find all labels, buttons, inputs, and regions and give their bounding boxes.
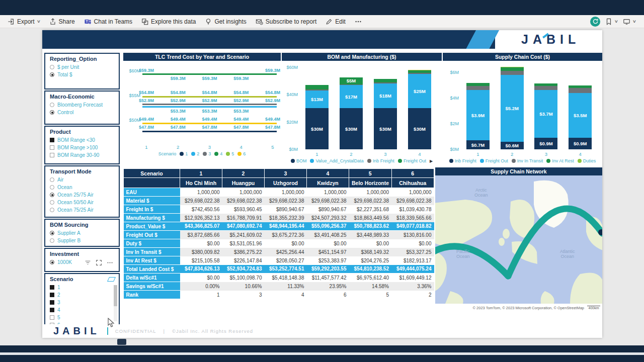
table-row-inv-at-rest[interactable]: Inv At Rest $$215,105.58$226,147.84$208,…	[124, 256, 434, 265]
radio-icon[interactable]	[50, 72, 54, 77]
stacked-bar-1[interactable]: $0.7M$3.9M	[466, 64, 490, 149]
row-label[interactable]: Material $	[124, 197, 180, 205]
legend-item-1[interactable]: 1	[180, 151, 188, 156]
table-row-rank[interactable]: Rank134652	[124, 291, 434, 299]
cell-value[interactable]: 23.95%	[307, 282, 349, 291]
bar-segment-freight-out[interactable]: $3.7M	[534, 90, 557, 138]
table-row-product-value[interactable]: Product_Value $$43,366,825.07$47,080,692…	[124, 222, 434, 231]
row-label[interactable]: Duty $	[124, 239, 180, 248]
toolbar-item-subscribe-to-report[interactable]: Subscribe to report	[251, 15, 321, 28]
cell-value[interactable]: $47,834,626.13	[180, 265, 222, 274]
radio-icon[interactable]	[50, 177, 54, 182]
filter-option-3[interactable]: 3	[50, 299, 116, 306]
bar-segment-freight-out[interactable]: $5.2M	[501, 75, 524, 142]
bar-segment-bom[interactable]: $30M	[408, 108, 431, 149]
stacked-bar-2[interactable]: $0.6M$5.2M	[501, 64, 524, 149]
focus-mode-icon[interactable]	[96, 259, 102, 266]
cell-value[interactable]: $742,450.56	[180, 205, 222, 214]
filter-option-ocean-75-25-air[interactable]: Ocean 75/25 Air	[50, 206, 116, 214]
location-header[interactable]: Chihuahua	[391, 178, 434, 188]
cell-value[interactable]: $47,080,692.74	[222, 222, 265, 231]
cell-value[interactable]: $29,698,022.38	[265, 197, 307, 205]
cell-value[interactable]: $0.00	[349, 239, 392, 248]
table-row-inv-in-transit[interactable]: Inv In Transit $$380,009.82$386,275.22$4…	[124, 248, 434, 256]
checkbox-icon[interactable]	[50, 308, 54, 312]
cell-value[interactable]: $49,077,018.82	[391, 222, 434, 231]
supply-chain-cost-chart[interactable]: Supply Chain Cost ($)$6M$4M$2M$0M$0.7M$3…	[443, 53, 602, 166]
cell-value[interactable]: $380,009.82	[180, 248, 222, 256]
filter-icon[interactable]	[85, 259, 91, 266]
cell-value[interactable]: $11,457,577.42	[307, 274, 349, 282]
legend-item-2[interactable]: 2	[191, 151, 199, 156]
cell-value[interactable]: $1,039,430.78	[391, 205, 434, 214]
cell-value[interactable]: $48,944,195.44	[265, 222, 307, 231]
radio-icon[interactable]	[50, 65, 54, 69]
bar-segment-inb-freight[interactable]: $0.7M	[466, 140, 490, 149]
bar-segment-bom[interactable]: $30M	[340, 108, 363, 149]
bar-segment-value-add-crystaldata[interactable]: $18M	[374, 83, 397, 108]
filter-option-supplier-a[interactable]: Supplier A	[50, 229, 116, 237]
cell-value[interactable]: 4	[265, 291, 307, 299]
table-row-delta-w-sc-1[interactable]: Delta w/Sc#1$0.00$5,100,098.70$5,418,148…	[124, 274, 434, 282]
cell-value[interactable]: $386,275.22	[222, 248, 265, 256]
stacked-bar-1[interactable]: $30M$13M	[305, 64, 329, 149]
filter-option-ocean-25-75-air[interactable]: Ocean 25/75 Air	[50, 191, 116, 199]
cell-value[interactable]: $0.00	[307, 239, 349, 248]
filter-option-bom-range-30[interactable]: BOM Range <30	[50, 136, 116, 144]
cell-value[interactable]: $208,050.27	[265, 256, 307, 265]
cell-value[interactable]: 2	[391, 291, 434, 299]
map-canvas[interactable]: Arctic Ocean Pacific Ocean Atlantic Ocea…	[435, 175, 602, 304]
scenario-number-header[interactable]: 6	[391, 169, 434, 178]
cell-value[interactable]: $3,491,408.25	[307, 231, 349, 239]
more-options-icon[interactable]	[107, 259, 113, 266]
legend-item-6[interactable]: 6	[237, 151, 246, 156]
bar-segment-inv-in-transit[interactable]	[501, 71, 524, 75]
stacked-bar-4[interactable]: $30M$25M	[408, 64, 431, 149]
cell-value[interactable]: $18,863,449.56	[349, 214, 392, 222]
toolbar-item-explore-this-data[interactable]: Explore this data	[137, 15, 200, 28]
row-label[interactable]: EAU	[124, 188, 180, 197]
bar-segment-value-add-crystaldata[interactable]: $13M	[305, 90, 329, 108]
checkbox-icon[interactable]	[50, 153, 54, 157]
cell-value[interactable]: $29,698,022.38	[180, 197, 222, 205]
checkbox-icon[interactable]	[50, 300, 54, 305]
bar-segment-inv-in-transit[interactable]	[466, 86, 490, 90]
cell-value[interactable]: $425,256.44	[265, 248, 307, 256]
table-row-duty[interactable]: Duty $$0.00$3,531,051.96$0.00$0.00$0.00$…	[124, 239, 434, 248]
cell-value[interactable]: $3,675,272.36	[265, 231, 307, 239]
cell-value[interactable]: $29,698,022.38	[349, 197, 392, 205]
row-label[interactable]: Manufacturing $	[124, 214, 180, 222]
cell-value[interactable]: $593,960.45	[222, 205, 265, 214]
checkbox-icon[interactable]	[50, 293, 54, 297]
bar-segment-inv-in-transit[interactable]	[569, 88, 592, 93]
location-header[interactable]: Kwidzyn	[307, 178, 349, 188]
row-label[interactable]: Rank	[124, 291, 180, 299]
cell-value[interactable]: $890,940.67	[307, 205, 349, 214]
cell-value[interactable]: $3,448,989.33	[349, 231, 392, 239]
table-row-manufacturing[interactable]: Manufacturing $$12,926,352.13$16,788,709…	[124, 214, 434, 222]
trend-line-scenario-2[interactable]	[142, 106, 277, 108]
filter-option-ocean[interactable]: Ocean	[50, 184, 116, 191]
cell-value[interactable]: $3,872,685.66	[180, 231, 222, 239]
trend-line-scenario-5[interactable]	[142, 96, 277, 98]
legend-item-inb-freight[interactable]: Inb Freight	[449, 158, 476, 163]
cell-value[interactable]: $215,105.58	[180, 256, 222, 265]
cell-value[interactable]: 1,000,000	[349, 188, 392, 197]
filter-option-5[interactable]: 5	[50, 314, 116, 321]
location-header[interactable]: Uzhgorod	[265, 178, 307, 188]
trend-line-scenario-3[interactable]	[142, 104, 277, 105]
cell-value[interactable]: $5,100,098.70	[222, 274, 265, 282]
legend-item-5[interactable]: 5	[226, 151, 234, 156]
row-label[interactable]: Freight In $	[124, 205, 180, 214]
radio-icon[interactable]	[50, 193, 54, 197]
toolbar-item-more[interactable]	[350, 15, 366, 28]
table-row-material[interactable]: Material $$29,698,022.38$29,698,022.38$2…	[124, 197, 434, 205]
bar-segment-bom[interactable]: $30M	[374, 108, 397, 149]
cell-value[interactable]: $5,241,609.02	[222, 231, 265, 239]
cell-value[interactable]: $29,698,022.38	[307, 197, 349, 205]
cell-value[interactable]: $52,934,724.83	[222, 265, 265, 274]
radio-icon[interactable]	[50, 185, 54, 190]
radio-icon[interactable]	[50, 200, 54, 205]
scrollbar[interactable]	[114, 285, 117, 321]
row-label[interactable]: Freight Out $	[124, 231, 180, 239]
